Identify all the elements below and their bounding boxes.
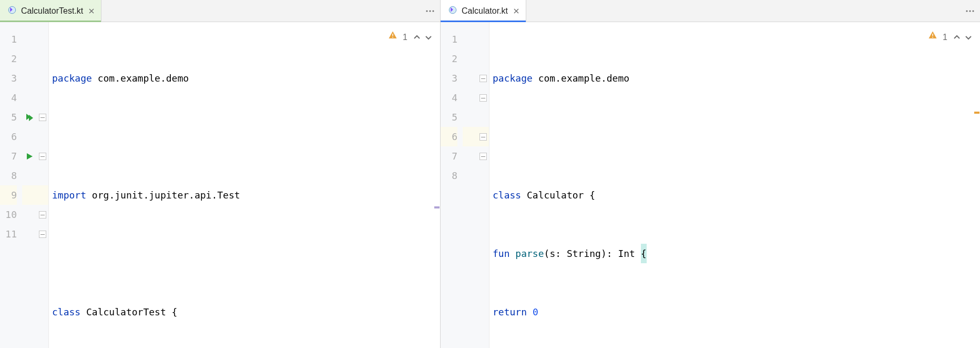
svg-point-7: [966, 10, 967, 12]
tab-calculator[interactable]: Calculator.kt: [441, 0, 526, 22]
inspection-widget-right[interactable]: 1: [928, 27, 973, 47]
error-stripe-left: [434, 22, 440, 348]
tab-bar-left: CalculatorTest.kt: [0, 0, 440, 22]
close-icon[interactable]: [87, 7, 96, 15]
tab-label: Calculator.kt: [462, 6, 508, 16]
tab-options-icon[interactable]: [960, 0, 980, 22]
fold-handle-icon[interactable]: [477, 88, 489, 107]
warning-count: 1: [943, 27, 947, 47]
run-gutter-column: [463, 22, 477, 348]
svg-point-9: [972, 10, 974, 12]
fold-handle-icon[interactable]: [37, 107, 48, 127]
warning-marker: [974, 112, 979, 114]
code-area-right[interactable]: package com.example.demo class Calculato…: [489, 22, 980, 348]
run-class-icon[interactable]: [22, 107, 37, 127]
tab-options-icon[interactable]: [420, 0, 440, 22]
run-test-icon[interactable]: [22, 146, 37, 166]
caret-marker: [434, 206, 440, 208]
tab-calculatortest[interactable]: CalculatorTest.kt: [0, 0, 101, 22]
gutter-left: 123 456 789 1011: [0, 22, 49, 348]
svg-rect-10: [932, 34, 933, 36]
svg-point-3: [432, 10, 434, 12]
fold-handle-icon[interactable]: [37, 224, 48, 244]
svg-point-1: [426, 10, 427, 12]
line-number-column: 123 456 78: [441, 22, 463, 348]
gutter-right: 123 456 78: [441, 22, 489, 348]
chevron-down-icon[interactable]: [424, 33, 433, 42]
chevron-up-icon[interactable]: [953, 33, 961, 42]
error-stripe-right: [974, 22, 980, 348]
close-icon[interactable]: [512, 7, 520, 15]
editor-pane-right: Calculator.kt 123 456 78: [441, 0, 980, 348]
line-number-column: 123 456 789 1011: [0, 22, 22, 348]
fold-handle-icon[interactable]: [477, 146, 489, 166]
fold-column: [37, 22, 48, 348]
warning-count: 1: [403, 27, 407, 47]
run-gutter-column: [22, 22, 37, 348]
fold-column: [477, 22, 489, 348]
svg-point-8: [969, 10, 971, 12]
fold-handle-icon[interactable]: [477, 127, 489, 146]
kotlin-file-icon: [7, 5, 17, 17]
svg-point-2: [429, 10, 431, 12]
tab-label: CalculatorTest.kt: [21, 6, 83, 16]
chevron-down-icon[interactable]: [964, 33, 973, 42]
svg-rect-4: [392, 34, 393, 36]
fold-handle-icon[interactable]: [37, 205, 48, 224]
code-area-left[interactable]: package com.example.demo import org.juni…: [49, 22, 440, 348]
fold-handle-icon[interactable]: [37, 146, 48, 166]
fold-handle-icon[interactable]: [477, 68, 489, 88]
warning-icon: [388, 27, 397, 47]
warning-icon: [928, 27, 937, 47]
editor-body-left: 123 456 789 1011: [0, 22, 440, 348]
kotlin-file-icon: [448, 5, 457, 17]
tab-bar-right: Calculator.kt: [441, 0, 980, 22]
svg-rect-5: [392, 37, 393, 38]
inspection-widget-left[interactable]: 1: [388, 27, 433, 47]
editor-pane-left: CalculatorTest.kt 123 456 789 1011: [0, 0, 441, 348]
svg-rect-11: [932, 37, 933, 38]
editor-body-right: 123 456 78 package com.example.demo clas…: [441, 22, 980, 348]
chevron-up-icon[interactable]: [413, 33, 421, 42]
